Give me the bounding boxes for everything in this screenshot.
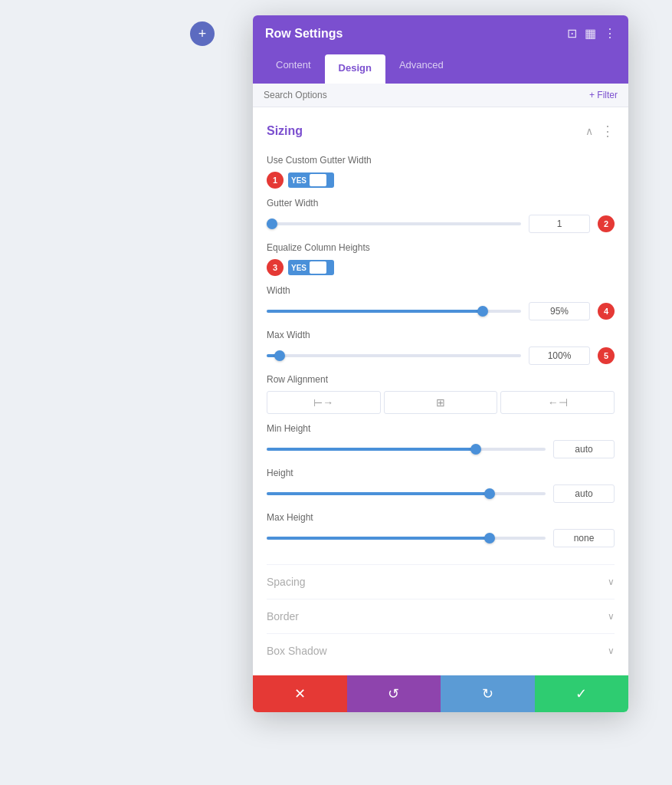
max-height-fill xyxy=(267,537,490,540)
toggle-handle xyxy=(310,174,326,186)
modal-footer: ✕ ↺ ↻ ✓ xyxy=(253,675,628,712)
min-height-thumb[interactable] xyxy=(470,444,481,455)
use-custom-gutter-label: Use Custom Gutter Width xyxy=(267,155,615,166)
min-height-label: Min Height xyxy=(267,423,615,434)
min-height-input[interactable] xyxy=(553,440,615,458)
align-center-button[interactable]: ⊞ xyxy=(384,391,498,414)
gutter-width-thumb[interactable] xyxy=(267,218,277,229)
max-width-input[interactable] xyxy=(529,347,590,365)
badge-3: 3 xyxy=(267,259,284,276)
width-row: 4 xyxy=(267,302,615,320)
height-input[interactable] xyxy=(553,484,615,503)
page-background: + Row Settings ⊡ ▦ ⋮ Content Design Adva… xyxy=(0,0,672,785)
columns-icon[interactable]: ▦ xyxy=(585,26,596,41)
width-label: Width xyxy=(267,285,615,296)
more-icon[interactable]: ⋮ xyxy=(604,26,616,41)
equalize-toggle-handle xyxy=(310,261,326,274)
min-height-row xyxy=(267,440,615,458)
tab-content[interactable]: Content xyxy=(262,51,325,84)
height-thumb[interactable] xyxy=(484,488,495,499)
border-section[interactable]: Border ∨ xyxy=(267,599,615,633)
modal-header: Row Settings ⊡ ▦ ⋮ xyxy=(253,15,628,51)
box-shadow-section[interactable]: Box Shadow ∨ xyxy=(267,633,615,668)
width-thumb[interactable] xyxy=(477,306,488,317)
sizing-controls: ∧ ⋮ xyxy=(585,123,615,140)
equalize-columns-toggle[interactable]: YES xyxy=(288,260,334,275)
height-fill xyxy=(267,492,490,495)
max-width-thumb[interactable] xyxy=(274,350,285,361)
search-bar: + Filter xyxy=(253,84,628,107)
row-alignment-label: Row Alignment xyxy=(267,374,615,385)
max-height-slider[interactable] xyxy=(267,537,546,540)
save-button[interactable]: ✓ xyxy=(535,675,629,712)
width-fill xyxy=(267,310,483,313)
max-width-slider[interactable] xyxy=(267,354,521,357)
sizing-collapse-icon[interactable]: ∧ xyxy=(585,125,593,137)
gutter-width-slider[interactable] xyxy=(267,222,521,225)
align-left-button[interactable]: ⊢→ xyxy=(267,391,381,414)
max-width-row: 5 xyxy=(267,347,615,365)
filter-button[interactable]: + Filter xyxy=(589,90,618,100)
badge-4: 4 xyxy=(598,303,615,320)
row-alignment-buttons: ⊢→ ⊞ ←⊣ xyxy=(267,391,615,414)
max-height-row xyxy=(267,529,615,547)
use-custom-gutter-row: 1 YES xyxy=(267,172,615,189)
badge-2: 2 xyxy=(598,215,615,232)
box-shadow-chevron-icon: ∨ xyxy=(608,645,615,656)
spacing-chevron-icon: ∨ xyxy=(608,576,615,587)
gutter-width-input[interactable] xyxy=(529,215,590,233)
sizing-title: Sizing xyxy=(267,124,303,138)
equalize-columns-row: 3 YES xyxy=(267,259,615,276)
modal-body: Sizing ∧ ⋮ Use Custom Gutter Width 1 YES… xyxy=(253,107,628,675)
fullscreen-icon[interactable]: ⊡ xyxy=(567,26,577,41)
max-width-label: Max Width xyxy=(267,330,615,340)
cancel-button[interactable]: ✕ xyxy=(253,675,347,712)
equalize-columns-label: Equalize Column Heights xyxy=(267,242,615,253)
tab-design[interactable]: Design xyxy=(325,54,385,84)
border-chevron-icon: ∨ xyxy=(608,611,615,622)
modal-header-icons: ⊡ ▦ ⋮ xyxy=(567,26,616,41)
width-input[interactable] xyxy=(529,302,590,320)
redo-button[interactable]: ↻ xyxy=(441,675,535,712)
modal-title: Row Settings xyxy=(265,27,343,41)
sizing-section-header: Sizing ∧ ⋮ xyxy=(267,115,615,146)
height-slider[interactable] xyxy=(267,492,546,495)
add-button[interactable]: + xyxy=(190,21,215,46)
height-label: Height xyxy=(267,468,615,478)
width-slider[interactable] xyxy=(267,310,521,313)
badge-1: 1 xyxy=(267,172,284,189)
search-input[interactable] xyxy=(264,90,589,100)
sizing-menu-icon[interactable]: ⋮ xyxy=(601,123,615,140)
badge-5: 5 xyxy=(598,347,615,364)
border-title: Border xyxy=(267,610,299,622)
use-custom-gutter-toggle[interactable]: YES xyxy=(288,172,334,188)
gutter-width-row: 2 xyxy=(267,215,615,233)
max-height-label: Max Height xyxy=(267,512,615,523)
box-shadow-title: Box Shadow xyxy=(267,645,327,657)
row-settings-modal: Row Settings ⊡ ▦ ⋮ Content Design Advanc… xyxy=(253,15,628,712)
align-right-button[interactable]: ←⊣ xyxy=(500,391,615,414)
spacing-title: Spacing xyxy=(267,576,306,588)
gutter-width-label: Gutter Width xyxy=(267,198,615,209)
reset-button[interactable]: ↺ xyxy=(347,675,441,712)
height-row xyxy=(267,484,615,503)
min-height-slider[interactable] xyxy=(267,448,546,451)
spacing-section[interactable]: Spacing ∨ xyxy=(267,564,615,599)
modal-tabs: Content Design Advanced xyxy=(253,51,628,84)
max-height-input[interactable] xyxy=(553,529,615,547)
min-height-fill xyxy=(267,448,476,451)
tab-advanced[interactable]: Advanced xyxy=(385,51,457,84)
max-height-thumb[interactable] xyxy=(484,533,495,544)
